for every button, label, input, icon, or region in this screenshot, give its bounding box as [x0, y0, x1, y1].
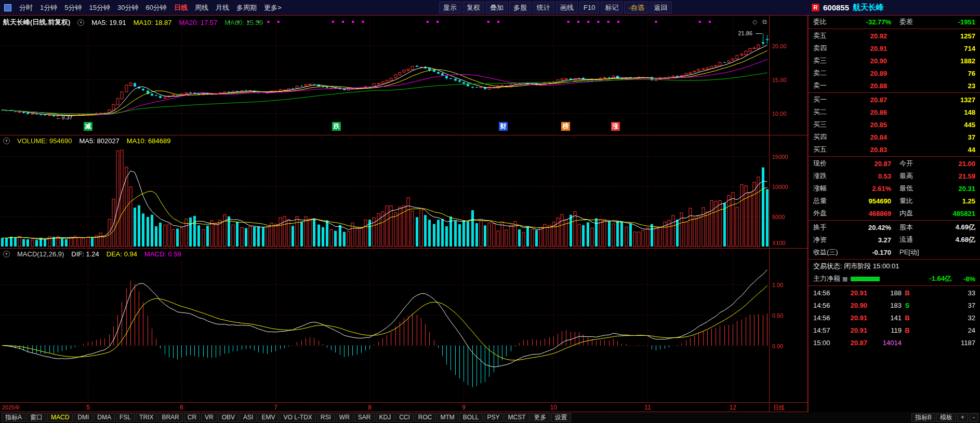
menu-draw-line[interactable]: 画线: [556, 2, 578, 13]
indicator-wr[interactable]: WR: [336, 413, 353, 422]
event-mark-die[interactable]: 跌: [332, 122, 341, 131]
indicator-emv[interactable]: EMV: [258, 413, 279, 422]
menu-fuquan[interactable]: 复权: [462, 2, 484, 13]
menu-mark[interactable]: 标记: [601, 2, 623, 13]
event-mark-bang[interactable]: 榜: [561, 122, 570, 131]
ask-row-3[interactable]: 卖三20.901882: [809, 54, 980, 67]
diamond-icon[interactable]: ◇: [752, 18, 757, 25]
menu-5min[interactable]: 5分钟: [61, 0, 85, 15]
stat-row: 涨幅2.61%最低20.31: [809, 182, 980, 195]
bid-price: 20.87: [837, 96, 887, 104]
indicator-template[interactable]: 模板: [936, 413, 956, 422]
menu-1min[interactable]: 1分钟: [36, 0, 61, 15]
indicator-brar[interactable]: BRAR: [158, 413, 182, 422]
collapse-icon[interactable]: ▾: [3, 138, 10, 144]
stat-value: 2.61%: [842, 185, 891, 193]
tick-count: 24: [913, 326, 975, 334]
menu-back[interactable]: 返回: [650, 2, 672, 13]
indicator-cci[interactable]: CCI: [395, 413, 414, 422]
indicator-asi[interactable]: ASI: [240, 413, 257, 422]
menu-weekly[interactable]: 周线: [191, 0, 212, 15]
indicator-zoom-out[interactable]: -: [969, 413, 978, 422]
indicator-rsi[interactable]: RSI: [317, 413, 335, 422]
indicator-obv[interactable]: OBV: [218, 413, 239, 422]
bid-row-1[interactable]: 买一20.871327: [809, 93, 980, 106]
stat-value: 21.00: [926, 160, 975, 168]
menu-daily[interactable]: 日线: [170, 0, 191, 15]
event-mark-jian[interactable]: 减: [84, 122, 92, 131]
indicator-more[interactable]: 更多: [531, 413, 550, 422]
indicator-cr[interactable]: CR: [184, 413, 200, 422]
menu-statistics[interactable]: 统计: [533, 2, 554, 13]
tick-row[interactable]: 14:5620.91188B33: [809, 286, 980, 299]
bid-row-3[interactable]: 买三20.85445: [809, 118, 980, 131]
indicator-zoom-in[interactable]: +: [957, 413, 968, 422]
ask-volume: 1257: [887, 32, 975, 40]
indicator-sar[interactable]: SAR: [354, 413, 375, 422]
main-flow-value: -1.64亿: [884, 274, 951, 283]
sidebar-divider: [809, 220, 980, 221]
bid-row-2[interactable]: 买二20.86148: [809, 106, 980, 118]
ask-row-2[interactable]: 卖二20.8976: [809, 67, 980, 79]
tick-row[interactable]: 14:5620.90183S37: [809, 299, 980, 311]
indicator-mtm[interactable]: MTM: [437, 413, 458, 422]
menu-overlay[interactable]: 叠加: [486, 2, 508, 13]
menu-multi-stock[interactable]: 多股: [509, 2, 531, 13]
menu-watchlist[interactable]: -自选: [624, 2, 648, 13]
kline-window-icons: ◇ ⧉: [752, 18, 767, 25]
menu-multi-period[interactable]: 多周期: [233, 0, 260, 15]
menu-more[interactable]: 更多>: [260, 0, 285, 15]
bid-level-label: 买一: [813, 95, 837, 104]
ask-row-5[interactable]: 卖五20.921257: [809, 30, 980, 42]
indicator-macd[interactable]: MACD: [47, 413, 73, 422]
indicator-indicator-b[interactable]: 指标B: [911, 413, 935, 422]
indicator-settings[interactable]: 设置: [551, 413, 571, 422]
indicator-fsl[interactable]: FSL: [116, 413, 135, 422]
tick-row[interactable]: 14:5720.91119B24: [809, 324, 980, 336]
bid-row-4[interactable]: 买四20.8437: [809, 131, 980, 143]
indicator-window[interactable]: 窗口: [27, 413, 46, 422]
chart-canvas[interactable]: [0, 16, 808, 412]
menu-30min[interactable]: 30分钟: [114, 0, 142, 15]
ask-row-4[interactable]: 卖四20.91714: [809, 42, 980, 54]
restore-window-icon[interactable]: ⧉: [762, 18, 767, 25]
bid-row-5[interactable]: 买五20.8344: [809, 143, 980, 156]
ask-row-1[interactable]: 卖一20.8823: [809, 79, 980, 92]
indicator-vr[interactable]: VR: [201, 413, 217, 422]
indicator-boll[interactable]: BOLL: [459, 413, 483, 422]
app-icon[interactable]: [4, 4, 11, 11]
indicator-kdj[interactable]: KDJ: [376, 413, 395, 422]
indicator-indicator-a[interactable]: 指标A: [2, 413, 25, 422]
indicator-vol-tdx[interactable]: VO L-TDX: [280, 413, 315, 422]
indicator-psy[interactable]: PSY: [484, 413, 504, 422]
indicator-mcst[interactable]: MCST: [505, 413, 529, 422]
indicator-roc[interactable]: ROC: [415, 413, 436, 422]
menu-f10[interactable]: F10: [579, 2, 599, 13]
indicator-trix[interactable]: TRIX: [136, 413, 157, 422]
menu-15min[interactable]: 15分钟: [85, 0, 113, 15]
tick-row[interactable]: 14:5620.91141B32: [809, 311, 980, 324]
main-flow-label: 主力净额: [813, 274, 840, 283]
indicator-dmi[interactable]: DMI: [74, 413, 92, 422]
stat-row: 涨跌0.53最高21.59: [809, 170, 980, 182]
stat-value: 20.42%: [842, 224, 891, 231]
tick-time: 14:57: [813, 326, 836, 334]
menu-fenshi[interactable]: 分时: [16, 0, 36, 15]
indicator-dma[interactable]: DMA: [94, 413, 115, 422]
weicha-value: -1951: [926, 18, 975, 26]
ask-level-label: 卖四: [813, 44, 837, 53]
collapse-icon[interactable]: ▾: [77, 19, 84, 26]
tick-row[interactable]: 15:0020.87140141187: [809, 336, 980, 349]
tick-count: 37: [913, 302, 975, 309]
collapse-icon[interactable]: ▾: [3, 251, 10, 257]
mini-chart-icon: ▦: [842, 276, 847, 282]
menu-monthly[interactable]: 月线: [212, 0, 233, 15]
event-mark-zhang[interactable]: 涨: [611, 122, 620, 131]
tick-price: 20.91: [836, 289, 867, 297]
menu-display[interactable]: 显示: [439, 2, 461, 13]
event-mark-cai[interactable]: 财: [499, 122, 508, 131]
stat-row: 外盘468869内盘485821: [809, 207, 980, 220]
stat-label: 换手: [813, 223, 842, 232]
menu-60min[interactable]: 60分钟: [142, 0, 170, 15]
bid-volume: 44: [887, 146, 975, 154]
